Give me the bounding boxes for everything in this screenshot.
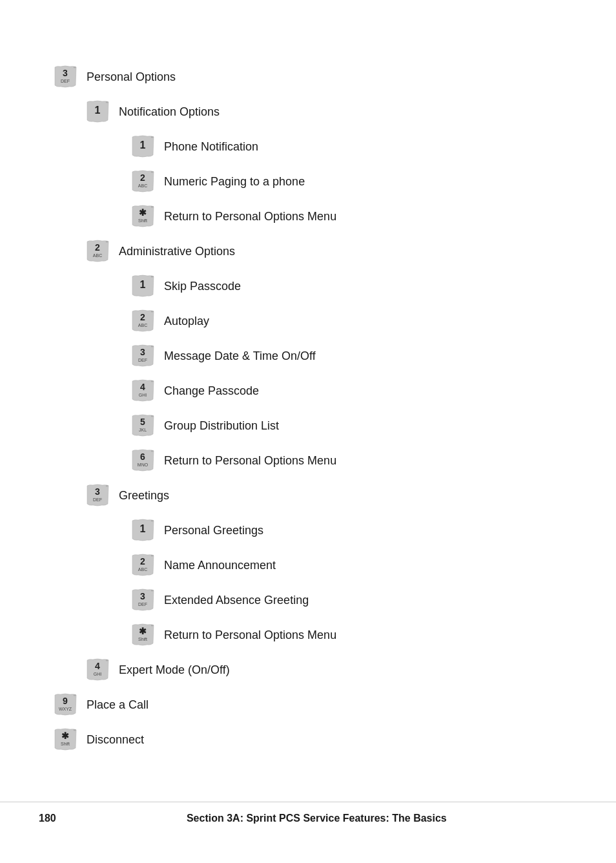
svg-text:GHI: GHI: [94, 672, 102, 676]
svg-text:MNO: MNO: [138, 463, 149, 467]
page-content: 3DEFPersonal Options1Notification Option…: [0, 0, 616, 784]
menu-item: 3DEFMessage Date & Time On/Off: [129, 344, 577, 368]
svg-text:ABC: ABC: [93, 253, 102, 258]
key-icon-3DEF: 3DEF: [52, 65, 79, 89]
svg-text:JKL: JKL: [139, 428, 147, 432]
key-icon-1: 1: [129, 274, 156, 298]
svg-text:5: 5: [140, 417, 145, 427]
key-icon-9WXYZ: 9WXYZ: [52, 692, 79, 717]
svg-text:Shift: Shift: [138, 218, 147, 223]
menu-item: 9WXYZPlace a Call: [52, 692, 577, 717]
svg-text:ABC: ABC: [138, 567, 147, 572]
key-icon-2ABC: 2ABC: [129, 553, 156, 577]
menu-item-label: Return to Personal Options Menu: [164, 454, 336, 468]
svg-text:6: 6: [140, 452, 145, 462]
menu-item: ✱ShiftDisconnect: [52, 727, 577, 752]
svg-text:4: 4: [140, 382, 145, 392]
svg-text:Shift: Shift: [138, 637, 147, 641]
key-icon-6MNO: 6MNO: [129, 448, 156, 473]
svg-text:DEF: DEF: [138, 602, 147, 607]
menu-item-label: Phone Notification: [164, 140, 258, 154]
menu-item-label: Message Date & Time On/Off: [164, 349, 316, 363]
menu-item-label: Administrative Options: [119, 245, 235, 258]
svg-text:DEF: DEF: [93, 497, 102, 502]
menu-item: 2ABCName Announcement: [129, 553, 577, 577]
key-icon-2ABC: 2ABC: [129, 309, 156, 333]
key-icon-*Shift: ✱Shift: [129, 623, 156, 647]
menu-item: ✱ShiftReturn to Personal Options Menu: [129, 623, 577, 647]
key-icon-*Shift: ✱Shift: [129, 204, 156, 229]
menu-item-label: Skip Passcode: [164, 280, 241, 293]
svg-text:3: 3: [140, 591, 145, 601]
svg-text:DEF: DEF: [138, 358, 147, 362]
menu-item: 6MNOReturn to Personal Options Menu: [129, 448, 577, 473]
svg-text:Shift: Shift: [61, 742, 70, 746]
menu-item-label: Return to Personal Options Menu: [164, 629, 336, 642]
svg-text:9: 9: [63, 696, 68, 706]
svg-text:1: 1: [140, 523, 146, 534]
menu-item: 3DEFPersonal Options: [52, 65, 577, 89]
page-footer: 180 Section 3A: Sprint PCS Service Featu…: [0, 802, 616, 824]
key-icon-2ABC: 2ABC: [84, 239, 111, 264]
menu-item-label: Greetings: [119, 489, 169, 503]
svg-text:2: 2: [140, 172, 145, 183]
svg-text:4: 4: [95, 661, 100, 671]
svg-text:✱: ✱: [61, 731, 69, 741]
svg-text:1: 1: [140, 279, 146, 290]
menu-item: 4GHIExpert Mode (On/Off): [84, 658, 577, 682]
key-icon-3DEF: 3DEF: [84, 483, 111, 508]
svg-text:1: 1: [140, 140, 146, 151]
key-icon-5JKL: 5JKL: [129, 413, 156, 438]
svg-text:✱: ✱: [139, 207, 147, 218]
key-icon-1: 1: [84, 99, 111, 124]
svg-text:2: 2: [140, 556, 145, 567]
menu-item-label: Place a Call: [87, 698, 149, 712]
menu-item: 1Phone Notification: [129, 134, 577, 159]
svg-text:2: 2: [95, 242, 100, 253]
menu-tree: 3DEFPersonal Options1Notification Option…: [52, 52, 577, 752]
svg-text:ABC: ABC: [138, 183, 147, 188]
menu-item-label: Personal Options: [87, 70, 176, 84]
key-icon-3DEF: 3DEF: [129, 344, 156, 368]
key-icon-1: 1: [129, 134, 156, 159]
svg-text:2: 2: [140, 312, 145, 322]
menu-item-label: Personal Greetings: [164, 524, 263, 537]
menu-item: 2ABCNumeric Paging to a phone: [129, 169, 577, 194]
menu-item: 3DEFExtended Absence Greeting: [129, 588, 577, 612]
key-icon-*Shift: ✱Shift: [52, 727, 79, 752]
key-icon-3DEF: 3DEF: [129, 588, 156, 612]
menu-item: 5JKLGroup Distribution List: [129, 413, 577, 438]
menu-item-label: Name Announcement: [164, 559, 276, 572]
section-title: Section 3A: Sprint PCS Service Features:…: [56, 813, 577, 824]
menu-item-label: Change Passcode: [164, 384, 259, 398]
menu-item-label: Notification Options: [119, 105, 220, 119]
menu-item: ✱ShiftReturn to Personal Options Menu: [129, 204, 577, 229]
menu-item-label: Numeric Paging to a phone: [164, 175, 305, 189]
menu-item-label: Group Distribution List: [164, 419, 279, 433]
svg-text:WXYZ: WXYZ: [59, 707, 72, 711]
svg-text:3: 3: [63, 68, 68, 78]
key-icon-2ABC: 2ABC: [129, 169, 156, 194]
svg-text:GHI: GHI: [139, 393, 147, 397]
menu-item: 1Personal Greetings: [129, 518, 577, 543]
svg-text:3: 3: [95, 486, 100, 497]
page-number: 180: [39, 813, 56, 824]
menu-item-label: Return to Personal Options Menu: [164, 210, 336, 224]
menu-item: 1Notification Options: [84, 99, 577, 124]
key-icon-1: 1: [129, 518, 156, 543]
menu-item-label: Disconnect: [87, 733, 144, 747]
menu-item: 2ABCAdministrative Options: [84, 239, 577, 264]
menu-item: 3DEFGreetings: [84, 483, 577, 508]
key-icon-4GHI: 4GHI: [129, 379, 156, 403]
menu-item: 1Skip Passcode: [129, 274, 577, 298]
menu-item: 4GHIChange Passcode: [129, 379, 577, 403]
menu-item-label: Autoplay: [164, 315, 209, 328]
menu-item-label: Extended Absence Greeting: [164, 594, 309, 607]
svg-text:3: 3: [140, 347, 145, 357]
menu-item-label: Expert Mode (On/Off): [119, 663, 230, 677]
svg-text:✱: ✱: [139, 626, 147, 636]
svg-text:DEF: DEF: [61, 79, 70, 83]
svg-text:ABC: ABC: [138, 323, 147, 328]
menu-item: 2ABCAutoplay: [129, 309, 577, 333]
svg-text:1: 1: [95, 105, 101, 116]
